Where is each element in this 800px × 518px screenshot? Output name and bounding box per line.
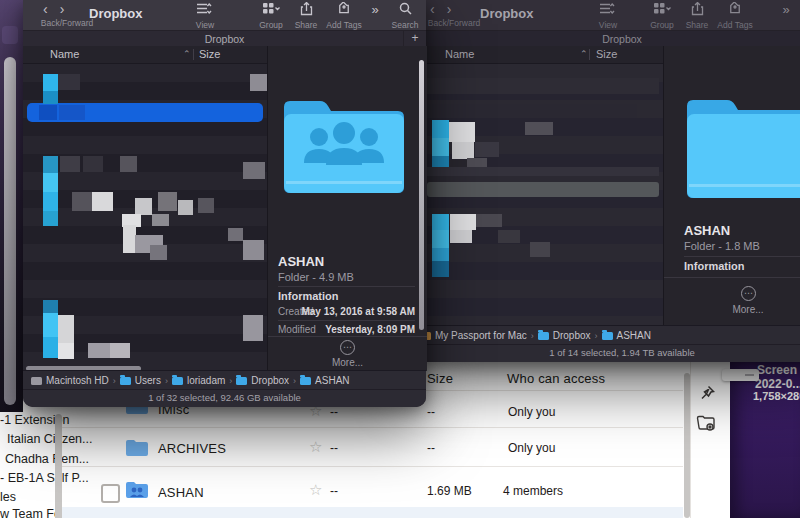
cell-access[interactable]: Only you xyxy=(508,441,555,455)
folder-settings-icon[interactable] xyxy=(696,414,716,432)
star-icon[interactable]: ☆ xyxy=(309,440,322,454)
path-crumb[interactable]: Dropbox xyxy=(538,330,591,341)
path-crumb[interactable]: ASHAN xyxy=(300,375,349,386)
path-crumb[interactable]: loriadam xyxy=(172,375,225,386)
tag-icon xyxy=(728,2,742,16)
background-app-tab xyxy=(2,26,18,44)
redacted-pixel-block xyxy=(432,230,449,248)
sidebar-item-italian-citizen[interactable]: Italian Citizen... xyxy=(7,432,92,446)
search-button[interactable]: Search xyxy=(794,2,800,15)
view-button[interactable]: View xyxy=(185,2,225,15)
redacted-pixel-block xyxy=(120,156,137,172)
more-link[interactable]: More... xyxy=(664,304,800,315)
selected-row[interactable] xyxy=(427,182,659,197)
pin-icon[interactable] xyxy=(698,384,716,402)
divider xyxy=(684,256,800,257)
path-crumb[interactable]: ASHAN xyxy=(602,330,651,341)
redacted-pixel-block xyxy=(43,337,58,358)
column-header-size[interactable]: Size xyxy=(596,48,617,60)
back-forward-buttons[interactable]: ‹› xyxy=(43,1,76,17)
group-icon xyxy=(262,2,280,15)
sidebar-item-chadha[interactable]: Chadha Rem... xyxy=(5,452,89,466)
group-button[interactable]: Group xyxy=(642,2,682,15)
redacted-pixel-block xyxy=(250,74,267,91)
column-header-name[interactable]: Name xyxy=(50,48,79,60)
group-label: Group xyxy=(642,20,682,30)
file-list-redacted[interactable]: ›››››››››››››› xyxy=(412,64,663,330)
add-tags-label: Add Tags xyxy=(708,20,762,30)
redacted-pixel-block xyxy=(150,245,167,260)
file-name[interactable]: ASHAN xyxy=(158,485,204,500)
row-checkbox[interactable] xyxy=(101,484,120,503)
star-icon[interactable]: ☆ xyxy=(309,483,322,497)
background-app-scrollbar[interactable] xyxy=(4,57,16,405)
cell-access[interactable]: 4 members xyxy=(503,484,563,498)
screenshot-filename-line2: 2022-0... xyxy=(755,377,800,391)
group-button[interactable]: Group xyxy=(251,2,291,15)
folder-icon xyxy=(300,377,311,385)
tab-dropbox[interactable]: Dropbox xyxy=(412,33,800,45)
finder-window-front[interactable]: ‹› Back/Forward Dropbox View Group Share… xyxy=(23,0,426,407)
status-bar: 1 of 14 selected, 1.94 TB available xyxy=(412,344,800,362)
view-label: View xyxy=(588,20,628,30)
column-header-name[interactable]: Name xyxy=(445,48,474,60)
toolbar-overflow-button[interactable]: » xyxy=(778,2,794,17)
sidebar-item-eb1a[interactable]: - EB-1A Self P... xyxy=(0,471,89,485)
more-ellipsis-icon[interactable]: ⋯ xyxy=(340,340,355,355)
row-divider xyxy=(62,466,683,467)
path-crumb[interactable]: Macintosh HD xyxy=(31,375,109,386)
search-button[interactable]: Search xyxy=(383,2,427,15)
more-link[interactable]: More... xyxy=(268,357,427,368)
finder-window-back[interactable]: ‹› Back/Forward Dropbox View Group Share… xyxy=(412,0,800,362)
screenshot-root: -1 Extension Italian Citizen... Chadha R… xyxy=(0,0,800,518)
redacted-pixel-block xyxy=(449,122,475,142)
cell-modified: -- xyxy=(330,484,338,498)
sidebar-scrollbar[interactable] xyxy=(55,414,62,518)
column-header-who-can-access[interactable]: Who can access xyxy=(507,371,605,386)
add-tags-label: Add Tags xyxy=(317,20,371,30)
redacted-pixel-block xyxy=(498,230,520,243)
redacted-pixel-block xyxy=(243,240,264,260)
sidebar-item-files[interactable]: les xyxy=(0,490,16,504)
folder-icon xyxy=(602,332,613,340)
redacted-pixel-block xyxy=(243,315,263,341)
modified-row: Modified Yesterday, 8:09 PM xyxy=(278,324,415,335)
add-tags-button[interactable]: Add Tags xyxy=(708,2,762,16)
cell-access[interactable]: Only you xyxy=(508,405,555,419)
redacted-pixel-block xyxy=(60,156,80,172)
window-title: Dropbox xyxy=(480,6,533,21)
row-divider xyxy=(62,427,683,428)
path-crumb[interactable]: Users xyxy=(120,375,161,386)
back-forward-buttons[interactable]: ‹› xyxy=(430,1,463,17)
file-list-redacted[interactable] xyxy=(23,64,267,371)
view-button[interactable]: View xyxy=(588,2,628,15)
folder-icon xyxy=(172,377,183,385)
path-crumb[interactable]: Dropbox xyxy=(236,375,289,386)
vertical-scrollbar[interactable] xyxy=(419,60,424,330)
redacted-pixel-block xyxy=(43,192,58,211)
redacted-pixel-block xyxy=(525,122,553,135)
column-divider[interactable] xyxy=(193,49,194,60)
column-divider[interactable] xyxy=(589,49,590,60)
column-header-size[interactable]: Size xyxy=(427,371,453,386)
redacted-pixel-block xyxy=(178,200,193,215)
redacted-pixel-block xyxy=(432,138,449,156)
redacted-pixel-block xyxy=(43,300,58,313)
screenshot-filename-line1: Screen S xyxy=(757,363,800,377)
list-view-icon xyxy=(599,2,617,15)
add-tags-button[interactable]: Add Tags xyxy=(317,2,371,16)
redacted-pixel-block xyxy=(43,74,58,91)
purple-preview-tile[interactable]: Screen S 2022-0... 1,758×280 xyxy=(730,362,800,518)
redacted-pixel-block xyxy=(228,228,243,241)
next-row-highlight xyxy=(62,507,683,518)
file-name[interactable]: ARCHIVES xyxy=(158,441,226,456)
preview-pane: ASHAN Folder - 4.9 MB Information Create… xyxy=(267,46,427,371)
more-ellipsis-icon[interactable]: ⋯ xyxy=(741,286,756,301)
column-headers: Name ⌃ Size xyxy=(23,46,267,64)
created-row: Created May 13, 2016 at 9:58 AM xyxy=(278,306,415,317)
tab-dropbox[interactable]: Dropbox xyxy=(23,33,426,45)
path-crumb[interactable]: My Passport for Mac xyxy=(420,330,527,341)
toolbar-overflow-button[interactable]: » xyxy=(367,2,383,17)
column-header-size[interactable]: Size xyxy=(199,48,220,60)
new-tab-button[interactable]: + xyxy=(403,31,426,46)
